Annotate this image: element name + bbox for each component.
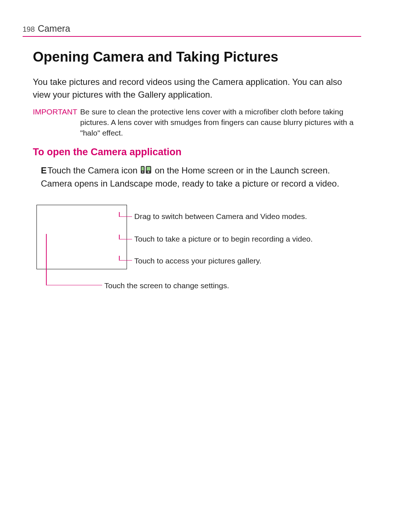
page-title: Opening Camera and Taking Pictures	[33, 49, 361, 65]
important-label: IMPORTANT	[33, 106, 77, 138]
instruction-step: ETouch the Camera icon on the Home scree…	[41, 164, 361, 190]
header-rule	[23, 36, 361, 37]
intro-pre: You take pictures and record videos usin…	[33, 77, 212, 87]
section-name: Camera	[38, 23, 70, 34]
callout-mode-switch: Drag to switch between Camera and Video …	[134, 211, 307, 222]
svg-point-5	[147, 171, 149, 173]
app-name-gallery: Gallery	[138, 90, 166, 99]
callout-leader	[119, 216, 132, 217]
svg-rect-1	[142, 167, 144, 171]
camera-app-icon	[141, 165, 152, 177]
step-post: on the Home screen or in the Launch scre…	[152, 165, 330, 175]
callout-tick	[119, 235, 120, 239]
app-name-camera: Camera	[212, 77, 243, 87]
svg-point-2	[142, 171, 143, 173]
important-text: Be sure to clean the protective lens cov…	[80, 106, 361, 138]
callout-gallery: Touch to access your pictures gallery.	[134, 256, 262, 266]
intro-paragraph: You take pictures and record videos usin…	[33, 76, 361, 101]
camera-diagram: Drag to switch between Camera and Video …	[33, 205, 361, 300]
step-bullet: E	[41, 165, 47, 175]
page-number: 198	[23, 25, 35, 34]
callout-shutter: Touch to take a picture or to begin reco…	[134, 234, 313, 244]
step-line2: Camera opens in Landscape mode, ready to…	[41, 179, 339, 188]
important-note: IMPORTANT Be sure to clean the protectiv…	[33, 106, 361, 138]
callout-leader	[119, 260, 132, 261]
callout-leader	[119, 239, 132, 240]
step-pre: Touch the	[47, 165, 88, 175]
callout-tick	[119, 212, 120, 216]
camera-viewfinder-box	[36, 205, 127, 269]
callout-leader	[46, 285, 102, 286]
camera-word: Camera	[88, 165, 119, 175]
subheading-open-camera: To open the Camera application	[33, 146, 361, 158]
callout-leader	[46, 234, 47, 285]
page-header: 198 Camera	[23, 23, 361, 34]
intro-post: application.	[166, 90, 212, 99]
step-mid: icon	[119, 165, 140, 175]
callout-tick	[119, 256, 120, 260]
svg-rect-4	[147, 167, 150, 171]
callout-settings: Touch the screen to change settings.	[104, 281, 229, 291]
